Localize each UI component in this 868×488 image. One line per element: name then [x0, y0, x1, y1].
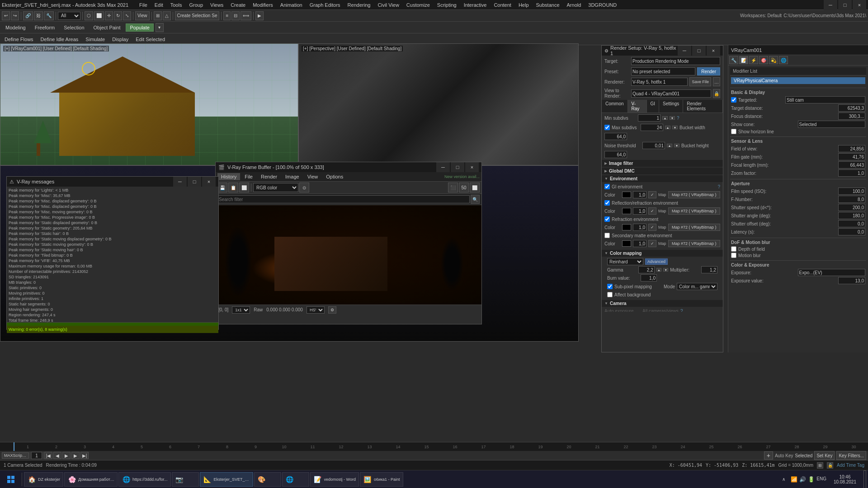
rs-refr-env-check[interactable]	[604, 216, 610, 222]
menu-scripting[interactable]: Scripting	[434, 1, 460, 9]
tl-prev-frame[interactable]: ◀	[53, 452, 61, 459]
menu-graph-editors[interactable]: Graph Editors	[306, 1, 344, 9]
menu-views[interactable]: Views	[207, 1, 227, 9]
ribbon-display[interactable]: Display	[109, 36, 131, 43]
rotate-btn[interactable]: ↻	[114, 11, 122, 20]
vfb-tab-options[interactable]: Options	[322, 173, 347, 180]
camera-item[interactable]: VRayPhysicalCamera	[731, 77, 865, 84]
menu-civil-view[interactable]: Civil View	[374, 1, 402, 9]
select-region-btn[interactable]: ⬜	[94, 11, 104, 20]
rs-color-mapping-header[interactable]: ▼ Color mapping	[602, 250, 723, 257]
taskbar-3ddd[interactable]: 🌐 https://3ddd.ru/for...	[118, 472, 171, 487]
vfb-image-area[interactable]	[216, 205, 481, 305]
minimize-btn[interactable]: ─	[824, 0, 837, 10]
rs-more-btn[interactable]: …	[713, 77, 720, 86]
rp-focus-dist-input[interactable]	[838, 113, 865, 120]
rs-maximize-btn[interactable]: □	[692, 46, 706, 56]
rp-icon6[interactable]: 🌐	[779, 56, 788, 64]
rs-bucket-h-down[interactable]: ▼	[674, 144, 679, 147]
rs-min-subdivs-input[interactable]	[638, 114, 660, 122]
taskbar-word[interactable]: 📝 vedomostj - Word	[310, 472, 359, 487]
rs-refl-env-check[interactable]	[604, 200, 610, 206]
rs-color-val-refr[interactable]	[633, 224, 646, 231]
tl-next-frame[interactable]: ▶	[71, 452, 80, 459]
rs-global-dmc-header[interactable]: ▶ Global DMC	[602, 168, 723, 174]
tl-plus-btn[interactable]: +	[764, 451, 773, 460]
rp-show-cone-dropdown[interactable]: Selected	[798, 121, 866, 128]
rs-color-swatch-gi[interactable]	[622, 192, 631, 198]
taskbar-browser2[interactable]: 🌐	[282, 472, 309, 487]
viewport-top-left[interactable]: [+] [VRayCam001] [User Defined] [Default…	[0, 43, 298, 165]
vfb-zoom-select[interactable]: 1x1	[232, 306, 250, 314]
vmsg-log-area[interactable]: Peak memory for 'Lights': < 1 MB Peak me…	[7, 187, 218, 322]
rp-dof-check[interactable]	[731, 246, 736, 252]
show-desktop-btn[interactable]	[863, 470, 866, 488]
view-btn[interactable]: View	[135, 11, 150, 20]
tl-play[interactable]: ▶	[62, 452, 71, 459]
rs-color-swatch-refr[interactable]	[622, 224, 631, 230]
rp-shutter-offset-input[interactable]	[838, 220, 865, 227]
vfb-titlebar[interactable]: 🎬 V-Ray Frame Buffer - [100.0% of 500 x …	[216, 162, 481, 172]
rp-exposure-val-input[interactable]	[838, 277, 865, 284]
rs-gamma-down[interactable]: ▼	[663, 268, 668, 272]
menu-rendering[interactable]: Rendering	[344, 1, 374, 9]
menu-group[interactable]: Group	[185, 1, 207, 9]
rs-tab-settings[interactable]: Settings	[659, 100, 683, 113]
rp-show-horizon-check[interactable]	[731, 129, 736, 134]
vfb-search-btn[interactable]: 🔍	[471, 195, 480, 204]
rs-target-dropdown[interactable]: Production Rendering Mode	[631, 57, 720, 65]
vmsg-minimize-btn[interactable]: ─	[173, 177, 187, 187]
rs-color-swatch-matte[interactable]	[622, 240, 631, 247]
rp-motion-blur-check[interactable]	[731, 253, 736, 258]
tl-position-input[interactable]	[31, 452, 42, 459]
move-btn[interactable]: ✛	[105, 11, 113, 20]
tray-expand-btn[interactable]: ∧	[780, 475, 787, 484]
menu-customize[interactable]: Customize	[403, 1, 434, 9]
rs-preset-dropdown[interactable]: No preset selected	[631, 67, 695, 75]
rp-focal-length-input[interactable]	[838, 161, 865, 169]
rs-map-btn-refr[interactable]: Map #72 ( VRayBitmap )	[668, 224, 720, 231]
vfb-settings-btn[interactable]: ⚙	[328, 306, 336, 314]
render-btn[interactable]: ▶	[255, 11, 264, 20]
rp-film-gate-input[interactable]	[838, 153, 865, 160]
vmsg-restore-btn[interactable]: □	[188, 177, 201, 187]
rs-affect-bg-check[interactable]	[607, 292, 613, 297]
tab-freeform[interactable]: Freeform	[31, 23, 59, 33]
taskbar-camera[interactable]: 📷	[172, 472, 199, 487]
vfb-close-btn[interactable]: ×	[465, 162, 479, 172]
scale-btn[interactable]: ⤡	[123, 11, 131, 20]
rs-max-subdivs-check[interactable]	[604, 125, 610, 130]
vfb-save-btn[interactable]: 💾	[217, 183, 227, 192]
rs-map-btn-gi[interactable]: Map #72 ( VRayBitmap )	[668, 191, 720, 198]
rs-map-checkbox-gi[interactable]: ✓	[648, 191, 656, 198]
menu-arnold[interactable]: Arnold	[563, 1, 585, 9]
rs-map-checkbox-refl[interactable]: ✓	[648, 207, 656, 215]
rs-map-btn-matte[interactable]: Map #72 ( VRayBitmap )	[668, 240, 720, 247]
rs-map-btn-refl[interactable]: Map #72 ( VRayBitmap )	[668, 207, 720, 215]
rs-view-dropdown[interactable]: Quad 4 - VRayCam001	[631, 89, 711, 98]
rp-latency-input[interactable]	[838, 228, 865, 235]
status-lock-btn[interactable]: 🔒	[827, 462, 833, 469]
rs-secondary-matte-check[interactable]	[604, 233, 610, 238]
vfb-tab-view[interactable]: View	[304, 173, 322, 180]
taskbar-home[interactable]: 🌸 Домашняя работа...	[64, 472, 118, 487]
rs-scroll-area[interactable]: Min subdivs ▲ ▼ ? Max subdivs ▲ ▼ Bucket…	[602, 113, 723, 312]
rs-bucket-height-input[interactable]	[604, 151, 627, 158]
start-btn[interactable]	[2, 470, 20, 488]
tab-modeling[interactable]: Modeling	[2, 23, 29, 33]
rp-icon5[interactable]: 💫	[769, 56, 778, 64]
vfb-tab-file[interactable]: File	[241, 173, 256, 180]
bind-btn[interactable]: 🔧	[44, 11, 54, 20]
tab-populate[interactable]: Populate	[126, 23, 153, 32]
tl-prev-key[interactable]: |◀	[44, 452, 52, 459]
rs-env-header[interactable]: ▼ Environment	[602, 175, 723, 182]
rs-subpixel-check[interactable]	[607, 284, 613, 289]
rp-zoom-input[interactable]	[838, 169, 865, 177]
rp-target-dist-input[interactable]	[838, 104, 865, 112]
rs-bucket-w-down[interactable]: ▼	[672, 126, 678, 129]
menu-help[interactable]: Help	[515, 1, 533, 9]
tl-next-key[interactable]: ▶|	[80, 452, 89, 459]
menu-3dground[interactable]: 3DGROUND	[585, 1, 620, 9]
create-selection-btn[interactable]: Create Selection Se	[175, 11, 220, 20]
vmsg-close-btn[interactable]: ×	[202, 177, 216, 187]
